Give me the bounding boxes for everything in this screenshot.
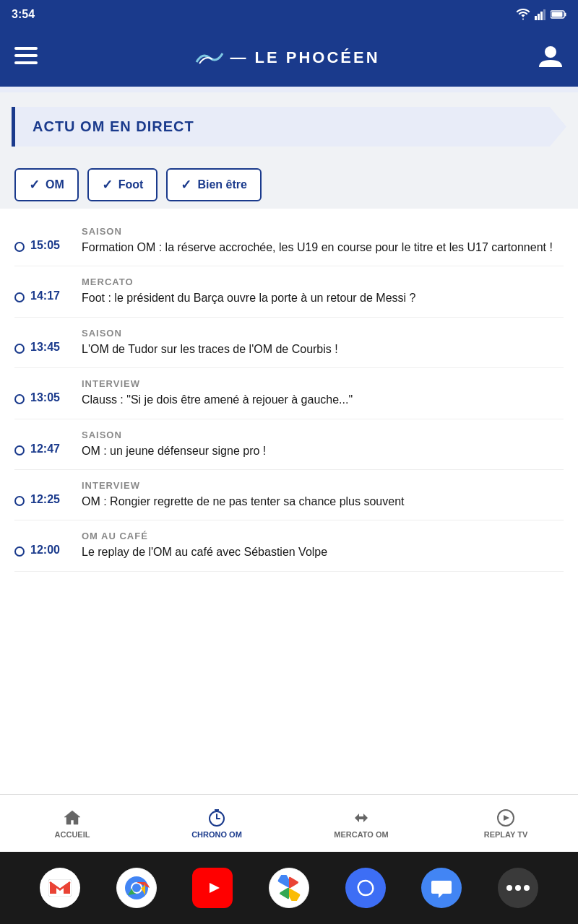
news-content-3: INTERVIEW Clauss : "Si je dois être amen… <box>70 378 564 408</box>
news-feed: 15:05 SAISON Formation OM : la réserve a… <box>0 209 578 794</box>
filter-om-label: OM <box>46 178 64 191</box>
more-svg <box>506 884 530 892</box>
status-bar: 3:54 <box>0 0 578 29</box>
news-headline-0: Formation OM : la réserve accrochée, les… <box>82 240 564 256</box>
timeline-dot-0 <box>14 242 25 252</box>
opera-icon[interactable] <box>345 868 386 908</box>
news-content-4: SAISON OM : un jeune défenseur signe pro… <box>70 430 564 459</box>
gmail-icon[interactable] <box>40 868 80 908</box>
menu-button[interactable] <box>14 46 38 69</box>
news-time-1: 14:17 <box>30 289 70 302</box>
nav-accueil[interactable]: ACCUEIL <box>0 808 144 839</box>
svg-rect-1 <box>538 14 540 20</box>
svg-rect-2 <box>540 12 543 20</box>
nav-mercato[interactable]: MERCATO OM <box>289 808 434 839</box>
filter-bienetre-label: Bien être <box>197 178 246 191</box>
battery-icon <box>551 10 566 19</box>
svg-rect-5 <box>565 13 566 17</box>
user-icon-button[interactable] <box>538 43 564 74</box>
news-item-3[interactable]: 13:05 INTERVIEW Clauss : "Si je dois êtr… <box>14 368 564 419</box>
news-time-5: 12:25 <box>30 493 70 506</box>
mercato-icon <box>352 808 371 827</box>
news-category-4: SAISON <box>82 430 564 440</box>
filter-bienetre-button[interactable]: ✓ Bien être <box>166 168 261 201</box>
opera-svg <box>353 876 378 900</box>
photos-icon[interactable] <box>269 868 309 908</box>
news-item-0[interactable]: 15:05 SAISON Formation OM : la réserve a… <box>14 216 564 266</box>
status-time: 3:54 <box>12 8 35 21</box>
news-headline-3: Clauss : "Si je dois être amené à rejoue… <box>82 392 564 408</box>
logo: — LE PHOCÉEN <box>195 48 379 67</box>
check-icon-om: ✓ <box>29 177 40 193</box>
news-content-6: OM AU CAFÉ Le replay de l'OM au café ave… <box>70 531 564 560</box>
timeline-dot-3 <box>14 394 25 404</box>
filter-row: ✓ OM ✓ Foot ✓ Bien être <box>0 154 578 209</box>
section-header: ACTU OM EN DIRECT <box>12 107 566 147</box>
svg-point-23 <box>524 885 530 891</box>
news-item-1[interactable]: 14:17 MERCATO Foot : le président du Bar… <box>14 266 564 317</box>
logo-wave-icon <box>195 49 224 66</box>
news-category-5: INTERVIEW <box>82 480 564 491</box>
news-headline-4: OM : un jeune défenseur signe pro ! <box>82 443 564 459</box>
news-item-5[interactable]: 12:25 INTERVIEW OM : Rongier regrette de… <box>14 470 564 520</box>
nav-replay-label: REPLAY TV <box>484 830 528 839</box>
timeline-dot-6 <box>14 546 25 557</box>
timeline-dot-5 <box>14 496 25 506</box>
svg-point-21 <box>506 885 512 891</box>
chrome-icon[interactable] <box>116 868 157 908</box>
svg-rect-6 <box>552 12 563 17</box>
news-item-4[interactable]: 12:47 SAISON OM : un jeune défenseur sig… <box>14 419 564 470</box>
news-category-3: INTERVIEW <box>82 378 564 389</box>
user-icon <box>538 43 564 69</box>
news-category-1: MERCATO <box>82 276 564 287</box>
home-icon <box>63 808 82 827</box>
more-apps-icon[interactable] <box>498 868 538 908</box>
filter-foot-button[interactable]: ✓ Foot <box>87 168 158 201</box>
replay-icon <box>496 808 515 827</box>
news-headline-1: Foot : le président du Barça ouvre la po… <box>82 290 564 306</box>
hamburger-icon <box>14 47 38 64</box>
app-header: — LE PHOCÉEN <box>0 29 578 87</box>
android-dock <box>0 852 578 924</box>
nav-replay[interactable]: REPLAY TV <box>434 808 578 839</box>
timeline-dot-2 <box>14 344 25 354</box>
timeline-dot-1 <box>14 292 25 302</box>
nav-chrono-label: CHRONO OM <box>191 830 242 839</box>
signal-icon <box>535 9 546 20</box>
youtube-icon[interactable] <box>192 868 233 908</box>
filter-om-button[interactable]: ✓ OM <box>14 168 79 201</box>
wifi-icon <box>516 9 530 20</box>
messages-icon[interactable] <box>421 868 462 908</box>
filter-foot-label: Foot <box>118 178 144 191</box>
nav-accueil-label: ACCUEIL <box>55 830 90 839</box>
news-headline-5: OM : Rongier regrette de ne pas tenter s… <box>82 494 564 510</box>
svg-rect-0 <box>535 16 537 20</box>
news-item-6[interactable]: 12:00 OM AU CAFÉ Le replay de l'OM au ca… <box>14 520 564 571</box>
news-content-5: INTERVIEW OM : Rongier regrette de ne pa… <box>70 480 564 510</box>
nav-chrono[interactable]: CHRONO OM <box>144 808 289 839</box>
news-content-1: MERCATO Foot : le président du Barça ouv… <box>70 276 564 306</box>
photos-svg <box>276 875 302 901</box>
news-content-2: SAISON L'OM de Tudor sur les traces de l… <box>70 328 564 357</box>
news-time-0: 15:05 <box>30 239 70 252</box>
messages-svg <box>430 876 453 899</box>
check-icon-foot: ✓ <box>102 177 113 193</box>
section-title: ACTU OM EN DIRECT <box>33 118 194 134</box>
news-category-6: OM AU CAFÉ <box>82 531 564 541</box>
svg-rect-9 <box>14 61 38 64</box>
status-icons <box>516 9 566 20</box>
news-category-0: SAISON <box>82 226 564 237</box>
svg-point-10 <box>545 46 556 58</box>
check-icon-bienetre: ✓ <box>181 177 191 193</box>
news-item-2[interactable]: 13:45 SAISON L'OM de Tudor sur les trace… <box>14 318 564 368</box>
chrome-svg <box>124 875 150 901</box>
news-time-4: 12:47 <box>30 443 70 456</box>
timeline-dot-4 <box>14 445 25 456</box>
news-time-3: 13:05 <box>30 391 70 404</box>
youtube-svg <box>199 879 225 897</box>
news-headline-6: Le replay de l'OM au café avec Sébastien… <box>82 544 564 560</box>
news-category-2: SAISON <box>82 328 564 339</box>
svg-point-22 <box>515 885 521 891</box>
news-content-0: SAISON Formation OM : la réserve accroch… <box>70 226 564 256</box>
news-headline-2: L'OM de Tudor sur les traces de l'OM de … <box>82 341 564 357</box>
